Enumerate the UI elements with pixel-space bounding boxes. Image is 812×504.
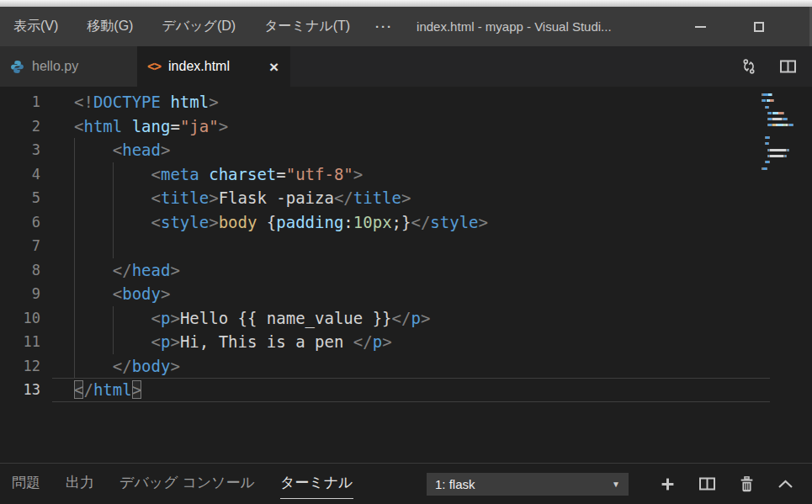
indent-guide [113, 330, 114, 354]
html-file-icon: <> [147, 59, 161, 74]
menu-item[interactable]: 表示(V) [10, 14, 61, 39]
code-line[interactable]: 3 <head> [0, 138, 770, 162]
terminal-selector-dropdown[interactable]: 1: flask ▼ [427, 473, 629, 496]
indent-guide [74, 258, 75, 283]
code-line[interactable]: 2<html lang="ja"> [0, 114, 770, 139]
vscode-window: 表示(V)移動(G)デバッグ(D)ターミナル(T) ··· index.html… [0, 0, 812, 504]
code-line[interactable]: 6 <style>body {padding:10px;}</style> [0, 210, 770, 235]
panel-tab[interactable]: 問題 [12, 469, 40, 499]
line-number: 7 [0, 234, 56, 258]
line-number: 9 [0, 282, 56, 306]
code-line[interactable]: 5 <title>Flask -paiza</title> [0, 186, 770, 210]
maximize-panel-chevron-icon[interactable] [778, 480, 793, 489]
indent-guide [113, 210, 114, 235]
code-line[interactable]: 7 [0, 234, 770, 258]
indent-guide [74, 330, 75, 354]
code-text: <meta charset="utf-8"> [56, 162, 770, 187]
tab-label: index.html [168, 59, 230, 74]
tab-hello-py[interactable]: hello.py [0, 46, 137, 87]
editor-tabbar: hello.py <> index.html × [0, 46, 812, 87]
code-line[interactable]: 12 </body> [0, 354, 770, 379]
code-line[interactable]: 11 <p>Hi, This is a pen </p> [0, 330, 770, 354]
maximize-icon [754, 22, 764, 32]
indent-guide [74, 162, 75, 187]
indent-guide [74, 138, 75, 162]
window-title: index.html - myapp - Visual Studi... [417, 19, 612, 34]
sync-changes-icon[interactable] [740, 58, 757, 75]
panel-tab[interactable]: デバッグ コンソール [119, 469, 255, 499]
indent-guide [113, 186, 114, 210]
split-terminal-icon[interactable] [698, 476, 716, 491]
indent-guide [74, 210, 75, 235]
line-number: 13 [0, 378, 56, 402]
code-text: <!DOCTYPE html> [56, 90, 770, 114]
panel-actions: 1: flask ▼ [427, 473, 812, 496]
code-text [56, 234, 770, 258]
line-number: 4 [0, 162, 56, 187]
minimize-button[interactable] [681, 7, 719, 46]
menu-item[interactable]: ターミナル(T) [261, 14, 353, 39]
code-line[interactable]: 4 <meta charset="utf-8"> [0, 162, 770, 187]
line-number: 12 [0, 354, 56, 379]
new-terminal-icon[interactable] [661, 477, 675, 491]
window-top-edge [0, 0, 812, 7]
panel-tab[interactable]: 出力 [66, 469, 94, 499]
bottom-panel: 問題出力デバッグ コンソールターミナル 1: flask ▼ [0, 463, 812, 504]
indent-guide [74, 282, 75, 306]
indent-guide [74, 186, 75, 210]
editor-lines[interactable]: 1<!DOCTYPE html>2<html lang="ja">3 <head… [0, 87, 770, 402]
menu-item[interactable]: デバッグ(D) [158, 14, 239, 39]
close-tab-icon[interactable]: × [268, 59, 280, 75]
python-file-icon [10, 60, 24, 74]
code-text: <title>Flask -paiza</title> [56, 186, 770, 210]
kill-terminal-trash-icon[interactable] [740, 476, 754, 492]
terminal-selector-value: 1: flask [435, 477, 612, 491]
titlebar: 表示(V)移動(G)デバッグ(D)ターミナル(T) ··· index.html… [0, 7, 812, 46]
code-text: </head> [56, 258, 770, 283]
minimize-icon [695, 26, 706, 28]
line-number: 3 [0, 138, 56, 162]
current-line-highlight [52, 378, 770, 402]
split-editor-icon[interactable] [779, 59, 797, 74]
tab-label: hello.py [32, 59, 78, 74]
code-text: <body> [56, 282, 770, 306]
panel-tabs: 問題出力デバッグ コンソールターミナル [12, 469, 353, 499]
tab-index-html[interactable]: <> index.html × [137, 46, 290, 87]
indent-guide [74, 234, 75, 258]
line-number: 11 [0, 330, 56, 354]
code-line[interactable]: 1<!DOCTYPE html> [0, 90, 770, 114]
indent-guide [74, 306, 75, 331]
indent-guide [113, 234, 114, 258]
window-controls [681, 7, 778, 46]
code-editor[interactable]: 1<!DOCTYPE html>2<html lang="ja">3 <head… [0, 87, 812, 463]
line-number: 6 [0, 210, 56, 235]
code-text: <head> [56, 138, 770, 162]
indent-guide [113, 162, 114, 187]
line-number: 8 [0, 258, 56, 283]
line-number: 1 [0, 90, 56, 114]
code-text: <html lang="ja"> [56, 114, 770, 139]
line-number: 2 [0, 114, 56, 139]
code-text: </body> [56, 354, 770, 379]
indent-guide [74, 354, 75, 379]
code-text: <p>Hi, This is a pen </p> [56, 330, 770, 354]
panel-tab[interactable]: ターミナル [280, 469, 353, 499]
menubar: 表示(V)移動(G)デバッグ(D)ターミナル(T) [10, 14, 353, 39]
code-line[interactable]: 10 <p>Hello {{ name_value }}</p> [0, 306, 770, 331]
code-line[interactable]: 9 <body> [0, 282, 770, 306]
dropdown-caret-icon: ▼ [612, 480, 620, 489]
line-number: 5 [0, 186, 56, 210]
minimap[interactable] [762, 93, 804, 172]
indent-guide [113, 306, 114, 331]
maximize-button[interactable] [740, 7, 778, 46]
menu-overflow-button[interactable]: ··· [370, 16, 398, 37]
line-number: 10 [0, 306, 56, 331]
code-line[interactable]: 8 </head> [0, 258, 770, 283]
menu-item[interactable]: 移動(G) [83, 14, 136, 39]
tabbar-actions [740, 46, 797, 87]
code-text: <style>body {padding:10px;}</style> [56, 210, 770, 235]
code-text: <p>Hello {{ name_value }}</p> [56, 306, 770, 331]
